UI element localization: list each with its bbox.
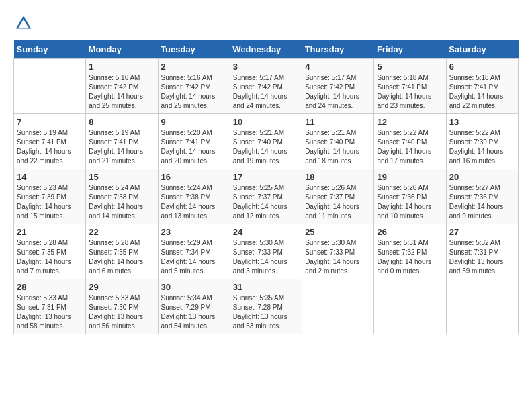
calendar-cell: 8Sunrise: 5:19 AM Sunset: 7:41 PM Daylig… — [86, 114, 158, 169]
day-info: Sunrise: 5:28 AM Sunset: 7:35 PM Dayligh… — [89, 238, 154, 276]
calendar-cell: 2Sunrise: 5:16 AM Sunset: 7:42 PM Daylig… — [158, 59, 230, 114]
day-info: Sunrise: 5:24 AM Sunset: 7:38 PM Dayligh… — [89, 183, 154, 221]
day-number: 5 — [377, 62, 443, 72]
day-number: 19 — [377, 172, 443, 182]
day-info: Sunrise: 5:17 AM Sunset: 7:42 PM Dayligh… — [305, 73, 371, 111]
logo — [13, 13, 36, 34]
day-number: 8 — [89, 117, 154, 127]
day-info: Sunrise: 5:28 AM Sunset: 7:35 PM Dayligh… — [17, 238, 83, 276]
day-info: Sunrise: 5:21 AM Sunset: 7:40 PM Dayligh… — [305, 128, 371, 166]
calendar-cell: 12Sunrise: 5:22 AM Sunset: 7:40 PM Dayli… — [374, 114, 446, 169]
day-number: 11 — [305, 117, 371, 127]
day-info: Sunrise: 5:30 AM Sunset: 7:33 PM Dayligh… — [233, 238, 299, 276]
calendar-cell: 1Sunrise: 5:16 AM Sunset: 7:42 PM Daylig… — [86, 59, 158, 114]
calendar-cell: 6Sunrise: 5:18 AM Sunset: 7:41 PM Daylig… — [446, 59, 518, 114]
calendar-cell: 23Sunrise: 5:29 AM Sunset: 7:34 PM Dayli… — [158, 224, 230, 279]
day-number: 20 — [449, 172, 515, 182]
day-number: 31 — [233, 282, 299, 292]
day-info: Sunrise: 5:17 AM Sunset: 7:42 PM Dayligh… — [233, 73, 299, 111]
calendar-cell — [374, 279, 446, 334]
calendar-week-5: 28Sunrise: 5:33 AM Sunset: 7:31 PM Dayli… — [14, 279, 519, 334]
day-number: 24 — [233, 227, 299, 237]
day-info: Sunrise: 5:22 AM Sunset: 7:40 PM Dayligh… — [377, 128, 443, 166]
day-info: Sunrise: 5:21 AM Sunset: 7:40 PM Dayligh… — [233, 128, 299, 166]
calendar-cell — [446, 279, 518, 334]
day-info: Sunrise: 5:25 AM Sunset: 7:37 PM Dayligh… — [233, 183, 299, 221]
calendar-cell: 17Sunrise: 5:25 AM Sunset: 7:37 PM Dayli… — [230, 169, 302, 224]
day-number: 18 — [305, 172, 371, 182]
day-info: Sunrise: 5:19 AM Sunset: 7:41 PM Dayligh… — [89, 128, 154, 166]
day-number: 9 — [161, 117, 227, 127]
calendar-cell: 24Sunrise: 5:30 AM Sunset: 7:33 PM Dayli… — [230, 224, 302, 279]
calendar-week-4: 21Sunrise: 5:28 AM Sunset: 7:35 PM Dayli… — [14, 224, 519, 279]
calendar-cell: 25Sunrise: 5:30 AM Sunset: 7:33 PM Dayli… — [302, 224, 374, 279]
day-number: 2 — [161, 62, 227, 72]
day-number: 26 — [377, 227, 443, 237]
calendar-cell: 19Sunrise: 5:26 AM Sunset: 7:36 PM Dayli… — [374, 169, 446, 224]
day-number: 13 — [449, 117, 515, 127]
calendar-cell: 11Sunrise: 5:21 AM Sunset: 7:40 PM Dayli… — [302, 114, 374, 169]
day-info: Sunrise: 5:31 AM Sunset: 7:32 PM Dayligh… — [377, 238, 443, 276]
calendar-header-row: SundayMondayTuesdayWednesdayThursdayFrid… — [14, 40, 519, 59]
calendar-cell: 26Sunrise: 5:31 AM Sunset: 7:32 PM Dayli… — [374, 224, 446, 279]
day-info: Sunrise: 5:35 AM Sunset: 7:28 PM Dayligh… — [233, 293, 299, 331]
calendar-cell: 15Sunrise: 5:24 AM Sunset: 7:38 PM Dayli… — [86, 169, 158, 224]
calendar-cell: 5Sunrise: 5:18 AM Sunset: 7:41 PM Daylig… — [374, 59, 446, 114]
day-number: 27 — [449, 227, 515, 237]
calendar-cell: 7Sunrise: 5:19 AM Sunset: 7:41 PM Daylig… — [14, 114, 86, 169]
day-info: Sunrise: 5:16 AM Sunset: 7:42 PM Dayligh… — [161, 73, 227, 111]
calendar-cell — [14, 59, 86, 114]
day-number: 12 — [377, 117, 443, 127]
day-number: 4 — [305, 62, 371, 72]
calendar-cell: 27Sunrise: 5:32 AM Sunset: 7:31 PM Dayli… — [446, 224, 518, 279]
day-number: 14 — [17, 172, 83, 182]
day-info: Sunrise: 5:22 AM Sunset: 7:39 PM Dayligh… — [449, 128, 515, 166]
day-info: Sunrise: 5:20 AM Sunset: 7:41 PM Dayligh… — [161, 128, 227, 166]
day-number: 25 — [305, 227, 371, 237]
day-info: Sunrise: 5:24 AM Sunset: 7:38 PM Dayligh… — [161, 183, 227, 221]
day-info: Sunrise: 5:19 AM Sunset: 7:41 PM Dayligh… — [17, 128, 83, 166]
col-header-thursday: Thursday — [302, 40, 374, 59]
calendar-table: SundayMondayTuesdayWednesdayThursdayFrid… — [13, 40, 519, 334]
calendar-cell: 28Sunrise: 5:33 AM Sunset: 7:31 PM Dayli… — [14, 279, 86, 334]
col-header-wednesday: Wednesday — [230, 40, 302, 59]
calendar-cell: 4Sunrise: 5:17 AM Sunset: 7:42 PM Daylig… — [302, 59, 374, 114]
col-header-tuesday: Tuesday — [158, 40, 230, 59]
calendar-cell: 10Sunrise: 5:21 AM Sunset: 7:40 PM Dayli… — [230, 114, 302, 169]
calendar-cell: 9Sunrise: 5:20 AM Sunset: 7:41 PM Daylig… — [158, 114, 230, 169]
calendar-cell: 31Sunrise: 5:35 AM Sunset: 7:28 PM Dayli… — [230, 279, 302, 334]
page-header — [13, 13, 519, 34]
calendar-cell: 13Sunrise: 5:22 AM Sunset: 7:39 PM Dayli… — [446, 114, 518, 169]
calendar-week-1: 1Sunrise: 5:16 AM Sunset: 7:42 PM Daylig… — [14, 59, 519, 114]
day-info: Sunrise: 5:18 AM Sunset: 7:41 PM Dayligh… — [449, 73, 515, 111]
day-number: 21 — [17, 227, 83, 237]
day-number: 29 — [89, 282, 154, 292]
day-number: 6 — [449, 62, 515, 72]
col-header-friday: Friday — [374, 40, 446, 59]
day-info: Sunrise: 5:33 AM Sunset: 7:30 PM Dayligh… — [89, 293, 154, 331]
day-number: 17 — [233, 172, 299, 182]
calendar-cell: 22Sunrise: 5:28 AM Sunset: 7:35 PM Dayli… — [86, 224, 158, 279]
col-header-monday: Monday — [86, 40, 158, 59]
day-number: 23 — [161, 227, 227, 237]
day-info: Sunrise: 5:18 AM Sunset: 7:41 PM Dayligh… — [377, 73, 443, 111]
day-info: Sunrise: 5:32 AM Sunset: 7:31 PM Dayligh… — [449, 238, 515, 276]
day-number: 16 — [161, 172, 227, 182]
calendar-cell: 3Sunrise: 5:17 AM Sunset: 7:42 PM Daylig… — [230, 59, 302, 114]
day-info: Sunrise: 5:34 AM Sunset: 7:29 PM Dayligh… — [161, 293, 227, 331]
day-info: Sunrise: 5:26 AM Sunset: 7:37 PM Dayligh… — [305, 183, 371, 221]
calendar-cell: 30Sunrise: 5:34 AM Sunset: 7:29 PM Dayli… — [158, 279, 230, 334]
day-info: Sunrise: 5:16 AM Sunset: 7:42 PM Dayligh… — [89, 73, 154, 111]
day-info: Sunrise: 5:30 AM Sunset: 7:33 PM Dayligh… — [305, 238, 371, 276]
logo-icon — [13, 13, 34, 34]
day-info: Sunrise: 5:23 AM Sunset: 7:39 PM Dayligh… — [17, 183, 83, 221]
day-number: 28 — [17, 282, 83, 292]
calendar-cell: 21Sunrise: 5:28 AM Sunset: 7:35 PM Dayli… — [14, 224, 86, 279]
calendar-cell: 20Sunrise: 5:27 AM Sunset: 7:36 PM Dayli… — [446, 169, 518, 224]
calendar-week-3: 14Sunrise: 5:23 AM Sunset: 7:39 PM Dayli… — [14, 169, 519, 224]
day-number: 22 — [89, 227, 154, 237]
col-header-sunday: Sunday — [14, 40, 86, 59]
day-number: 30 — [161, 282, 227, 292]
day-info: Sunrise: 5:26 AM Sunset: 7:36 PM Dayligh… — [377, 183, 443, 221]
day-number: 7 — [17, 117, 83, 127]
